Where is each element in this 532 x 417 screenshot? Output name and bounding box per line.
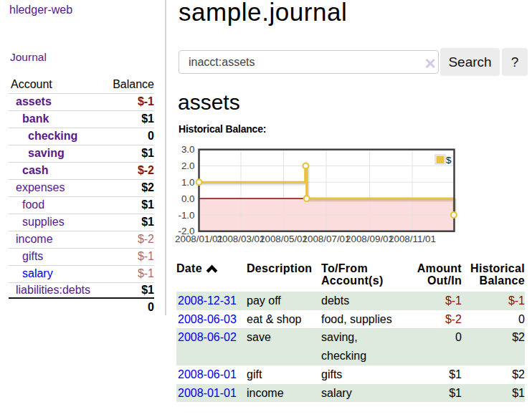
svg-text:0.0: 0.0 — [181, 193, 195, 204]
svg-text:2008/11/01: 2008/11/01 — [389, 234, 436, 244]
svg-text:2.0: 2.0 — [181, 160, 195, 171]
svg-text:2008/05/01: 2008/05/01 — [260, 234, 308, 244]
svg-text:2008/07/01: 2008/07/01 — [302, 234, 350, 244]
svg-text:2008/03/01: 2008/03/01 — [217, 234, 265, 244]
svg-text:2008/01/01: 2008/01/01 — [175, 234, 223, 244]
svg-text:2008/09/01: 2008/09/01 — [346, 234, 394, 244]
svg-text:-1.0: -1.0 — [178, 210, 194, 221]
svg-text:3.0: 3.0 — [181, 144, 195, 155]
svg-text:$: $ — [446, 155, 452, 166]
svg-text:1.0: 1.0 — [181, 177, 195, 188]
